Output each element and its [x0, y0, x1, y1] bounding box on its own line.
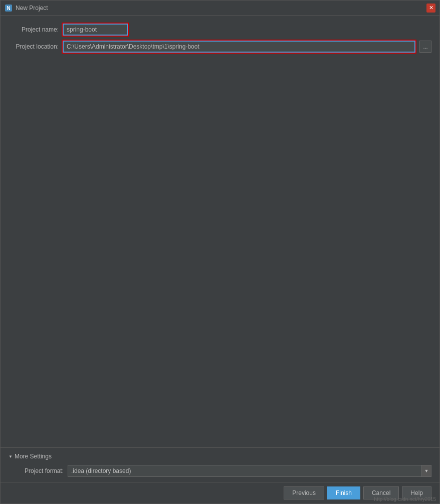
project-name-row: Project name:	[9, 24, 431, 36]
expand-icon: ▼	[9, 454, 13, 459]
title-bar: N New Project ✕	[1, 1, 439, 16]
finish-button[interactable]: Finish	[327, 486, 360, 499]
more-settings-toggle[interactable]: ▼ More Settings	[9, 453, 431, 460]
previous-button[interactable]: Previous	[284, 486, 324, 499]
title-bar-buttons: ✕	[426, 4, 435, 13]
project-location-label: Project location:	[9, 43, 59, 50]
svg-text:N: N	[7, 6, 10, 11]
main-content	[9, 58, 431, 439]
browse-button[interactable]: ...	[419, 41, 431, 53]
content-area: Project name: Project location: ...	[1, 16, 439, 447]
project-location-row: Project location: ...	[9, 41, 431, 53]
window-title: New Project	[16, 5, 426, 12]
project-format-label: Project format:	[9, 467, 64, 474]
project-format-wrapper: .idea (directory based) .ipr (file based…	[68, 465, 431, 477]
new-project-dialog: N New Project ✕ Project name: Project lo…	[0, 0, 440, 504]
watermark: http://blog.csdn.net/hry2015	[374, 496, 436, 502]
project-format-row: Project format: .idea (directory based) …	[9, 465, 431, 477]
footer-area: ▼ More Settings Project format: .idea (d…	[1, 447, 439, 503]
project-location-input[interactable]	[63, 41, 415, 53]
project-name-input[interactable]	[63, 24, 128, 36]
close-button[interactable]: ✕	[426, 4, 435, 13]
project-name-label: Project name:	[9, 26, 59, 33]
project-format-select[interactable]: .idea (directory based) .ipr (file based…	[68, 465, 431, 477]
more-settings-section: ▼ More Settings Project format: .idea (d…	[1, 448, 439, 482]
app-icon: N	[5, 4, 13, 12]
more-settings-label: More Settings	[15, 453, 52, 460]
